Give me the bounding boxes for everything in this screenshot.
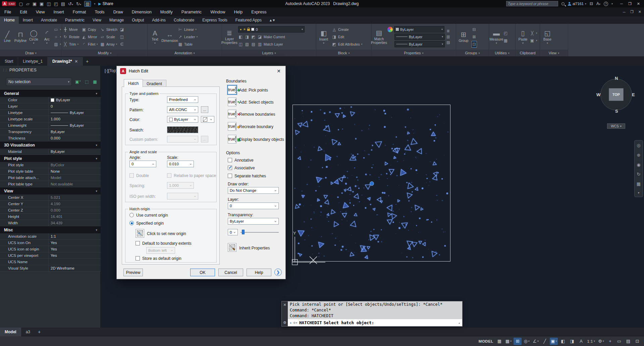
ribbon-tab-parametric[interactable]: Parametric — [61, 16, 89, 24]
save-as-icon[interactable]: ▣ — [40, 1, 44, 6]
default-extents-checkbox[interactable] — [136, 241, 140, 245]
nav-more-icon[interactable]: ▾ — [638, 191, 640, 194]
base-view-button[interactable]: ◱Base▼ — [541, 25, 554, 49]
modify-more-button[interactable]: ∈ — [119, 41, 124, 47]
panel-label-annotation[interactable]: Annotation▾ — [148, 50, 222, 56]
command-input-line[interactable]: ▸ ⚙▾ HATCHEDIT Select hatch object: ▴ — [288, 319, 462, 326]
palette-section-misc[interactable]: Misc▾ — [0, 226, 101, 233]
status-snap-mode[interactable]: ▩▾ — [504, 338, 513, 345]
more-options-button[interactable]: ❯ — [274, 269, 282, 276]
panel-label-block[interactable]: Block▾ — [316, 50, 371, 56]
share-button[interactable]: ▶Share — [98, 1, 113, 6]
layer-tool2-icon-0[interactable]: ◫ — [238, 42, 243, 47]
inherit-properties-button[interactable]: ✎ — [228, 243, 236, 252]
help-button[interactable]: Help — [247, 269, 271, 276]
property-row-material[interactable]: MaterialByLayer — [0, 149, 101, 155]
ribbon-tab-insert[interactable]: Insert — [19, 16, 37, 24]
palette-header[interactable]: ⋮⋮ PROPERTIES — [0, 66, 101, 74]
paste-button[interactable]: ▯Paste▼ — [516, 25, 530, 49]
panel-label-utilities[interactable]: Utilities▾ — [489, 50, 515, 56]
new-layout-button[interactable]: + — [35, 328, 44, 336]
open-file-icon[interactable]: ▱ — [26, 1, 30, 6]
property-row-transparency[interactable]: TransparencyByLayer — [0, 129, 101, 135]
match-layer-label[interactable]: Match Layer — [264, 42, 283, 46]
dialog-close-button[interactable]: ✕ — [272, 66, 285, 76]
menu-file[interactable]: File — [0, 7, 15, 16]
scale-select[interactable]: 0.010 — [167, 161, 194, 167]
nav-wheel-icon[interactable]: ◎ — [637, 143, 640, 148]
viewcube-top-face[interactable]: TOP — [609, 88, 624, 101]
viewcube-north[interactable]: N — [615, 76, 618, 81]
specified-origin-radio[interactable] — [129, 221, 134, 225]
ribbon-tab-home[interactable]: Home — [0, 16, 19, 24]
position:absolute[interactable]: true◆ — [228, 122, 236, 131]
file-tab-Start[interactable]: Start — [0, 57, 18, 66]
command-close-icon[interactable]: ✕ — [283, 303, 286, 307]
ribbon-tab-express-tools[interactable]: Express Tools — [198, 16, 231, 24]
property-row-center-y[interactable]: Center Y4.190 — [0, 201, 101, 207]
draw-polyline-button[interactable]: ⊓Polyline — [14, 25, 27, 49]
command-options-icon[interactable]: ⚙▾ — [293, 321, 298, 325]
property-row-plot-style[interactable]: Plot styleByColor — [0, 162, 101, 168]
status-lineweight-display[interactable]: ╱ — [541, 338, 549, 345]
save-icon[interactable]: ▣ — [33, 1, 37, 6]
draw-hatch-button[interactable]: ▨▾ — [54, 41, 61, 47]
status-object-snap-tracking[interactable]: ∠▾ — [532, 338, 540, 345]
plot-icon[interactable]: ▤ — [61, 1, 65, 6]
property-row-ucs-per-viewport[interactable]: UCS per viewportYes — [0, 252, 101, 259]
property-row-center-x[interactable]: Center X5.021 — [0, 194, 101, 201]
modify-array-button[interactable]: ▦Array▾ — [100, 41, 117, 47]
block-edit-attributes-button[interactable]: ◩Edit Attributes▾ — [332, 41, 362, 47]
property-row-lineweight[interactable]: LineweightByLayer — [0, 122, 101, 129]
status-grid-display[interactable]: ▦ — [495, 338, 503, 345]
property-row-ucs-icon-on[interactable]: UCS icon OnYes — [0, 240, 101, 246]
cut-button[interactable]: ╳▾ — [530, 30, 537, 36]
palette-section-view[interactable]: View▾ — [0, 187, 101, 194]
hatch-color-select[interactable]: ByLayer — [167, 116, 198, 123]
transparency-value-input[interactable]: 0 — [228, 229, 238, 235]
property-row-thickness[interactable]: Thickness0.000 — [0, 135, 101, 141]
layer-properties-button[interactable]: ≣LayerProperties — [223, 25, 236, 49]
ungroup-button[interactable]: ⊟ — [472, 26, 477, 33]
layer-tool-icon-3[interactable]: ◪ — [257, 35, 262, 39]
group-edit-button[interactable]: ⊠ — [472, 34, 477, 40]
transparency-slider-track[interactable] — [240, 232, 279, 233]
hatch-grip-point[interactable] — [370, 181, 374, 186]
properties-tool-icon-0[interactable]: ≣ — [446, 29, 450, 33]
modify-fillet-button[interactable]: ◜Fillet▾ — [82, 41, 98, 47]
position:absolute[interactable]: true✕ — [228, 110, 236, 118]
search-input[interactable] — [506, 1, 558, 6]
status-dynamic-input[interactable]: ⊞ — [514, 338, 522, 345]
modify-trim-button[interactable]: ╳Trim▾ — [63, 41, 79, 47]
draw-rectangle-button[interactable]: ▭▾ — [54, 26, 61, 33]
layer-tool2-icon-2[interactable]: ▤ — [251, 42, 256, 47]
new-drawing-tab-button[interactable]: + — [83, 57, 92, 66]
property-row-width[interactable]: Width34.439 — [0, 220, 101, 226]
viewcube-west[interactable]: W — [596, 92, 600, 97]
toggle-pickadd-icon[interactable]: ▣⁺ — [74, 78, 82, 85]
status-hardware-acceleration[interactable]: ▭ — [615, 338, 623, 345]
help-dropdown-icon[interactable]: ▾ — [611, 2, 613, 5]
layer-tool-icon-0[interactable]: ◧ — [238, 35, 243, 39]
undo-icon[interactable]: ↺▾ — [68, 1, 73, 6]
nav-zoom-icon[interactable]: ◉ — [637, 162, 640, 167]
menu-dimension[interactable]: Dimension — [127, 7, 156, 16]
layer-tool2-icon-1[interactable]: ▧ — [245, 42, 250, 47]
menu-parametric[interactable]: Parametric — [177, 7, 206, 16]
search-icon[interactable] — [561, 2, 565, 5]
panel-label-draw[interactable]: Draw▾ — [0, 50, 62, 56]
menu-help[interactable]: Help — [230, 7, 247, 16]
tab-gradient[interactable]: Gradient — [142, 80, 166, 87]
property-row-linetype[interactable]: LinetypeByLayer — [0, 110, 101, 116]
restore-button[interactable]: ❐ — [628, 2, 632, 6]
group-button[interactable]: ⊞Group — [457, 25, 470, 49]
modify-mirror-button[interactable]: ◭Mirror — [82, 34, 98, 40]
object-color-select[interactable]: ByLayer▾ — [394, 26, 444, 33]
command-history[interactable]: Pick internal point or [Select objects/U… — [288, 301, 462, 319]
match-properties-button[interactable]: ▤MatchProperties — [372, 25, 386, 49]
layer-tool2-icon-3[interactable]: ▥ — [257, 42, 262, 47]
store-default-origin-checkbox[interactable] — [136, 256, 140, 261]
property-row-ucs-icon-at-origin[interactable]: UCS icon at originYes — [0, 246, 101, 252]
open-from-mobile-icon[interactable]: ◰ — [54, 1, 58, 6]
signin-user[interactable]: al7161▾ — [568, 2, 586, 6]
